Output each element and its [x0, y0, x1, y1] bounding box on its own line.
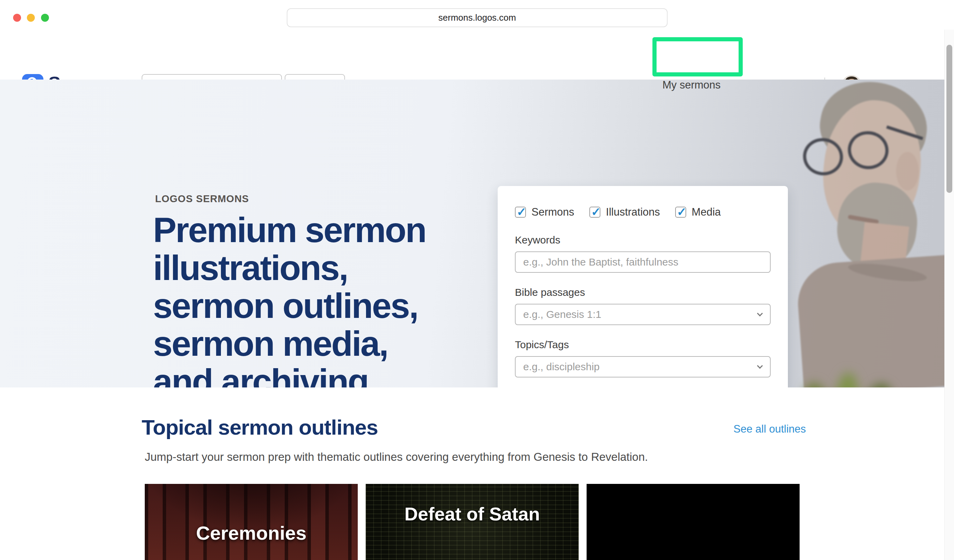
address-bar[interactable]: sermons.logos.com	[287, 8, 667, 27]
scrollbar-thumb[interactable]	[946, 45, 952, 193]
see-all-outlines-link[interactable]: See all outlines	[733, 423, 806, 436]
checkbox-checked-icon[interactable]	[675, 207, 686, 218]
window-minimize-button[interactable]	[27, 14, 35, 22]
topics-placeholder: e.g., discipleship	[516, 361, 757, 373]
bible-passages-dropdown[interactable]: e.g., Genesis 1:1	[515, 304, 771, 325]
scrollbar-track	[945, 30, 954, 560]
browser-window: sermons.logos.com Sermons BY LOGOS All M…	[0, 0, 954, 560]
site-header: Sermons BY LOGOS All My sermons Upload s…	[0, 27, 954, 79]
search-card: Sermons Illustrations Media Keywords Bib…	[498, 186, 788, 387]
section-title: Topical sermon outlines	[142, 415, 378, 439]
bible-passages-label: Bible passages	[515, 286, 771, 298]
bible-passages-placeholder: e.g., Genesis 1:1	[516, 309, 757, 320]
hero-heading: Premium sermon illustrations, sermon out…	[153, 211, 426, 387]
checkbox-checked-icon[interactable]	[515, 207, 526, 218]
filter-media[interactable]: Media	[675, 206, 721, 218]
nav-my-sermons[interactable]: My sermons	[662, 79, 721, 91]
chevron-down-icon	[757, 363, 763, 369]
outline-card-title: Ceremonies	[145, 522, 358, 544]
topics-dropdown[interactable]: e.g., discipleship	[515, 356, 771, 378]
outline-card-title: Defeat of Satan	[366, 503, 579, 524]
filter-sermons[interactable]: Sermons	[515, 206, 574, 218]
chevron-down-icon	[757, 311, 763, 316]
checkbox-checked-icon[interactable]	[589, 207, 600, 218]
keywords-input[interactable]	[516, 256, 770, 268]
window-close-button[interactable]	[13, 14, 21, 22]
outline-card-blank[interactable]	[587, 484, 800, 560]
keywords-label: Keywords	[515, 234, 771, 246]
outline-card-defeat-of-satan[interactable]: Defeat of Satan	[366, 484, 579, 560]
hero-eyebrow: LOGOS SERMONS	[155, 193, 249, 205]
filter-illustrations[interactable]: Illustrations	[589, 206, 660, 218]
outline-card-ceremonies[interactable]: Ceremonies	[145, 484, 358, 560]
hero-section: LOGOS SERMONS Premium sermon illustratio…	[0, 79, 954, 387]
address-bar-url: sermons.logos.com	[438, 12, 516, 23]
section-subtitle: Jump-start your sermon prep with themati…	[145, 451, 648, 464]
topics-label: Topics/Tags	[515, 339, 771, 351]
keywords-field	[515, 251, 771, 273]
filter-checkboxes: Sermons Illustrations Media	[515, 205, 771, 219]
window-zoom-button[interactable]	[41, 14, 49, 22]
outline-cards: Ceremonies Defeat of Satan	[145, 484, 800, 560]
